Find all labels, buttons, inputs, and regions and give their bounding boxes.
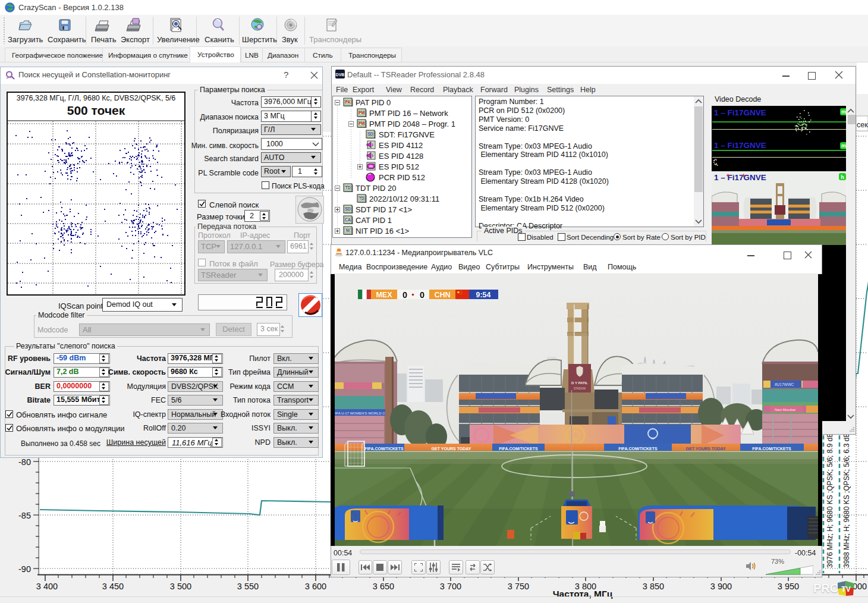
svg-text:-85: -85 <box>18 511 31 520</box>
svg-text:3 850: 3 850 <box>643 582 664 591</box>
svg-text:PM: PM <box>358 121 364 125</box>
svg-text:1 – Fi17GNVE: 1 – Fi17GNVE <box>714 173 766 182</box>
svg-text:TV: TV <box>841 585 850 593</box>
svg-text:NI: NI <box>346 228 350 233</box>
svg-text:MEX: MEX <box>376 291 392 299</box>
svg-text:SD: SD <box>345 207 350 211</box>
svg-text:TD: TD <box>359 196 364 200</box>
svg-text:3 400: 3 400 <box>36 582 58 591</box>
svg-text:0: 0 <box>402 290 407 300</box>
svg-text:3 950: 3 950 <box>778 582 799 591</box>
svg-text:DVB: DVB <box>336 73 345 77</box>
svg-text:3 550: 3 550 <box>237 582 259 591</box>
svg-text:CHN: CHN <box>434 291 450 299</box>
svg-text:3988 MHz; H; 9680 KS ;QPSK; 5/: 3988 MHz; H; 9680 KS ;QPSK; 5/6; 6.3 dB <box>842 433 851 568</box>
svg-text:сек: сек <box>857 121 868 129</box>
svg-text:3 600: 3 600 <box>305 582 326 591</box>
svg-text:3976 MHz; H; 9680 KS ;QPSK; 5/: 3976 MHz; H; 9680 KS ;QPSK; 5/6; 8.9 dB <box>826 433 834 568</box>
svg-text:3 450: 3 450 <box>102 582 124 591</box>
svg-text:Частота, МГц: Частота, МГц <box>553 589 613 599</box>
svg-text:PM: PM <box>358 111 364 115</box>
svg-text:3 500: 3 500 <box>170 582 191 591</box>
svg-text:-90: -90 <box>18 564 31 574</box>
svg-text:0: 0 <box>420 290 424 300</box>
svg-text:PA: PA <box>345 100 351 104</box>
svg-text:TD: TD <box>345 186 351 190</box>
svg-text:CA: CA <box>345 218 351 222</box>
svg-text:3 650: 3 650 <box>373 582 394 591</box>
svg-text:SD: SD <box>367 132 373 136</box>
svg-text:9:54: 9:54 <box>476 291 490 299</box>
svg-text:-80: -80 <box>18 457 31 467</box>
svg-text:3 900: 3 900 <box>710 582 732 591</box>
svg-text:h: h <box>841 174 844 180</box>
svg-text:3 750: 3 750 <box>508 582 529 591</box>
svg-text:3 700: 3 700 <box>440 582 461 591</box>
